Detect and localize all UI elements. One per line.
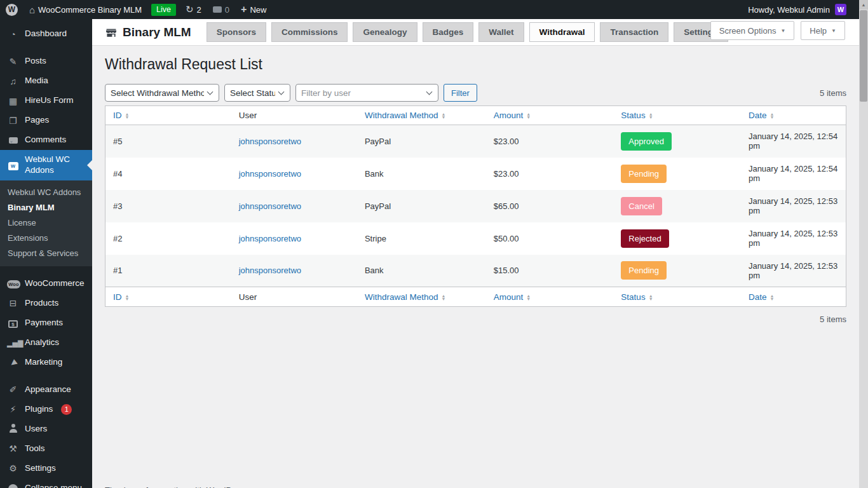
chevron-down-icon: ▼	[780, 28, 785, 34]
sidebar-item-webkul-wc-addons[interactable]: wWebkul WC Addons	[0, 150, 92, 180]
sidebar-item-posts[interactable]: ✎Posts	[0, 51, 92, 71]
page-scrollbar[interactable]: ▲	[859, 0, 868, 488]
sidebar-item-label: Users	[25, 424, 47, 435]
pages-icon: ❐	[7, 116, 19, 125]
sidebar-item-label: Collapse menu	[25, 483, 82, 488]
collapse-icon: ◂	[7, 483, 19, 488]
sidebar-item-marketing[interactable]: ◀Marketing	[0, 353, 92, 372]
new-content-menu[interactable]: + New	[235, 0, 272, 19]
tab-withdrawal[interactable]: Withdrawal	[529, 22, 595, 42]
header-row: ID▲▼UserWithdrawal Method▲▼Amount▲▼Statu…	[105, 106, 846, 125]
sidebar-item-dashboard[interactable]: ◔Dashboard	[0, 24, 92, 44]
sidebar-item-woocommerce[interactable]: WooWooCommerce	[0, 274, 92, 294]
column-header-date[interactable]: Date▲▼	[741, 106, 846, 125]
sidebar-item-comments[interactable]: Comments	[0, 130, 92, 150]
sidebar-item-tools[interactable]: ⚒Tools	[0, 439, 92, 459]
submenu-item-binary-mlm[interactable]: Binary MLM	[0, 200, 92, 215]
withdrawal-method-select[interactable]: Select Withdrawal Method	[105, 84, 219, 102]
sidebar-item-label: Analytics	[25, 337, 59, 348]
row-method-cell: PayPal	[357, 125, 486, 158]
row-id-cell: #3	[105, 190, 231, 222]
user-link[interactable]: johnsponsoretwo	[239, 169, 301, 179]
sidebar-item-plugins[interactable]: ⚡Plugins1	[0, 400, 92, 419]
user-link[interactable]: johnsponsoretwo	[239, 234, 301, 243]
column-header-date[interactable]: Date▲▼	[741, 287, 846, 307]
sidebar-item-pages[interactable]: ❐Pages	[0, 111, 92, 130]
row-date-cell: January 14, 2025, 12:53 pm	[741, 190, 846, 222]
column-header-id[interactable]: ID▲▼	[105, 106, 231, 125]
marketing-icon: ◀	[7, 358, 19, 367]
user-link[interactable]: johnsponsoretwo	[239, 201, 301, 211]
screen-options-button[interactable]: Screen Options ▼	[710, 21, 795, 40]
webkul-icon: w	[7, 160, 19, 170]
analytics-icon: ▂▅▇	[7, 338, 19, 347]
appearance-icon: ✐	[7, 385, 19, 394]
howdy-account-menu[interactable]: Howdy, Webkul Admin	[748, 5, 830, 15]
sidebar-item-settings[interactable]: ⚙Settings	[0, 459, 92, 478]
sidebar-item-products[interactable]: ⊟Products	[0, 294, 92, 313]
user-avatar[interactable]: W	[835, 4, 846, 15]
page-body: Withdrawal Request List Select Withdrawa…	[92, 46, 868, 324]
submenu-item-extensions[interactable]: Extensions	[0, 231, 92, 246]
column-header-id[interactable]: ID▲▼	[105, 287, 231, 307]
tab-commissions[interactable]: Commissions	[271, 22, 348, 42]
scrollbar-thumb[interactable]	[860, 10, 867, 102]
tab-badges[interactable]: Badges	[423, 22, 474, 42]
header-row: ID▲▼UserWithdrawal Method▲▼Amount▲▼Statu…	[105, 287, 846, 307]
chevron-down-icon: ▼	[831, 28, 836, 34]
column-header-withdrawal-method[interactable]: Withdrawal Method▲▼	[357, 106, 486, 125]
sidebar-item-users[interactable]: Users	[0, 419, 92, 439]
comments-count: 0	[225, 5, 229, 15]
column-label: Status	[621, 111, 645, 120]
column-header-withdrawal-method[interactable]: Withdrawal Method▲▼	[357, 287, 486, 307]
sidebar-item-label: HireUs Form	[25, 95, 74, 106]
sidebar-item-hireus-form[interactable]: ▦HireUs Form	[0, 91, 92, 111]
submenu-item-webkul-wc-addons[interactable]: Webkul WC Addons	[0, 185, 92, 200]
comments-menu[interactable]: 0	[207, 0, 235, 19]
sidebar-item-analytics[interactable]: ▂▅▇Analytics	[0, 333, 92, 353]
row-id-cell: #5	[105, 125, 231, 158]
row-amount-cell: $65.00	[486, 190, 614, 222]
tab-wallet[interactable]: Wallet	[478, 22, 524, 42]
row-date-cell: January 14, 2025, 12:53 pm	[741, 255, 846, 287]
row-date-cell: January 14, 2025, 12:53 pm	[741, 222, 846, 255]
admin-bar-left: W ⌂ WooCommerce Binary MLM Live ↻ 2 0 + …	[0, 0, 272, 19]
new-label: New	[250, 5, 266, 15]
column-header-status[interactable]: Status▲▼	[613, 287, 741, 307]
user-link[interactable]: johnsponsoretwo	[239, 266, 301, 275]
sidebar-item-label: Posts	[25, 56, 46, 67]
row-status-cell: Pending	[613, 255, 741, 287]
status-select[interactable]: Select Status	[224, 84, 290, 102]
column-header-status[interactable]: Status▲▼	[613, 106, 741, 125]
tab-genealogy[interactable]: Genealogy	[353, 22, 417, 42]
sidebar-item-payments[interactable]: $Payments	[0, 313, 92, 333]
withdrawal-method-select-value: Select Withdrawal Method	[111, 88, 204, 98]
help-button[interactable]: Help ▼	[801, 21, 845, 40]
products-icon: ⊟	[7, 299, 19, 308]
sort-arrows-icon: ▲▼	[442, 112, 446, 119]
wp-logo-menu[interactable]: W	[0, 0, 24, 19]
user-filter-select[interactable]: Filter by user	[295, 84, 438, 102]
submenu-item-support-services[interactable]: Support & Services	[0, 246, 92, 261]
sidebar-item-appearance[interactable]: ✐Appearance	[0, 380, 92, 400]
tab-sponsors[interactable]: Sponsors	[207, 22, 266, 42]
sidebar-item-label: Pages	[25, 115, 49, 126]
menu-separator	[0, 44, 92, 51]
column-header-amount[interactable]: Amount▲▼	[486, 106, 614, 125]
plugin-header: Binary MLM SponsorsCommissionsGenealogyB…	[92, 19, 868, 46]
scroll-up-arrow-icon[interactable]: ▲	[859, 0, 868, 10]
tab-transaction[interactable]: Transaction	[600, 22, 668, 42]
site-name: WooCommerce Binary MLM	[38, 5, 142, 15]
updates-menu[interactable]: ↻ 2	[180, 0, 207, 19]
submenu-item-license[interactable]: License	[0, 215, 92, 231]
column-header-amount[interactable]: Amount▲▼	[486, 287, 614, 307]
live-badge: Live	[151, 4, 176, 16]
sidebar-item-collapse-menu[interactable]: ◂Collapse menu	[0, 478, 92, 488]
row-id-cell: #2	[105, 222, 231, 255]
store-icon	[105, 26, 118, 39]
user-link[interactable]: johnsponsoretwo	[239, 137, 301, 146]
sidebar-item-media[interactable]: ♫Media	[0, 71, 92, 91]
home-icon: ⌂	[29, 4, 35, 15]
site-name-menu[interactable]: ⌂ WooCommerce Binary MLM	[24, 0, 147, 19]
filter-button[interactable]: Filter	[444, 84, 477, 102]
